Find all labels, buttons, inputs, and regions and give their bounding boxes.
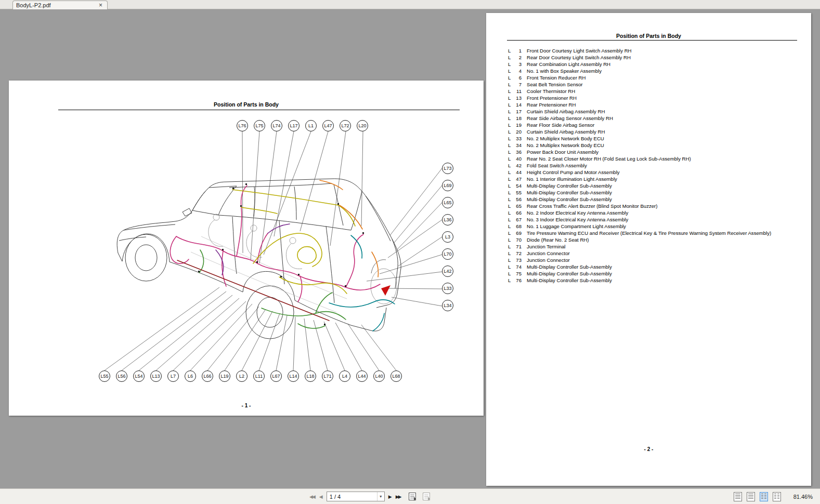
part-prefix: L bbox=[508, 203, 513, 209]
leader-lines bbox=[105, 131, 442, 370]
part-prefix: L bbox=[508, 182, 513, 189]
part-description: Power Back Door Unit Assembly bbox=[522, 149, 598, 155]
part-prefix: L bbox=[508, 61, 513, 68]
part-number: 56 bbox=[513, 196, 522, 203]
next-page-button[interactable]: ▶ bbox=[388, 494, 392, 499]
part-prefix: L bbox=[508, 257, 513, 263]
callout-label: L76 bbox=[237, 120, 248, 131]
part-description: Seat Belt Tension Sensor bbox=[522, 81, 583, 88]
part-number: 66 bbox=[513, 209, 522, 216]
part-row: L 34 No. 2 Multiplex Network Body ECU bbox=[508, 142, 806, 149]
part-row: L 71 Junction Terminal bbox=[508, 243, 806, 250]
part-number: 18 bbox=[513, 115, 522, 122]
continuous-view-icon[interactable] bbox=[747, 492, 755, 501]
part-row: L 6 Front Tension Reducer RH bbox=[508, 74, 806, 81]
callout-label: L74 bbox=[271, 120, 282, 131]
page-dropdown-icon[interactable]: ▼ bbox=[377, 492, 384, 501]
page-stack-dim-icon[interactable] bbox=[423, 493, 430, 500]
part-description: No. 3 Indoor Electrical Key Antenna Asse… bbox=[522, 216, 628, 223]
part-description: Multi-Display Controller Sub-Assembly bbox=[522, 263, 612, 270]
part-row: L 36 Power Back Door Unit Assembly bbox=[508, 149, 806, 155]
part-description: Fold Seat Switch Assembly bbox=[522, 162, 587, 169]
part-row: L 44 Height Control Pump and Motor Assem… bbox=[508, 169, 806, 176]
last-page-button[interactable]: ▶▶ bbox=[396, 494, 402, 499]
part-description: Cooler Thermistor RH bbox=[522, 88, 575, 95]
callouts-top-row: L76L75L74L17L1L47L72L20 bbox=[237, 120, 368, 131]
part-description: Curtain Shield Airbag Assembly RH bbox=[522, 128, 605, 135]
part-number: 55 bbox=[513, 189, 522, 196]
part-number: 42 bbox=[513, 162, 522, 169]
tab-close-icon[interactable]: × bbox=[97, 2, 104, 8]
harness-green bbox=[199, 250, 346, 328]
callout-label: L55 bbox=[99, 370, 110, 382]
part-row: L 68 No. 1 Luggage Compartment Light Ass… bbox=[508, 223, 806, 230]
part-number: 2 bbox=[513, 54, 522, 61]
page-navigation-group: ◀◀ ◀ ▼ ▶ ▶▶ bbox=[309, 489, 430, 504]
page-number-input[interactable] bbox=[327, 494, 377, 500]
callout-label: L40 bbox=[373, 370, 385, 382]
part-prefix: L bbox=[508, 54, 513, 61]
page2-number: - 2 - bbox=[486, 446, 811, 452]
callout-label: L72 bbox=[340, 120, 351, 131]
part-number: 73 bbox=[513, 257, 522, 263]
part-prefix: L bbox=[508, 189, 513, 196]
part-prefix: L bbox=[508, 277, 513, 284]
part-number: 7 bbox=[513, 81, 522, 88]
callout-label: L54 bbox=[133, 370, 145, 382]
part-number: 54 bbox=[513, 182, 522, 189]
part-description: Rear Pretensioner RH bbox=[522, 101, 576, 108]
callout-label: L34 bbox=[442, 300, 453, 311]
part-row: L 3 Rear Combination Light Assembly RH bbox=[508, 61, 806, 68]
part-number: 3 bbox=[513, 61, 522, 68]
part-prefix: L bbox=[508, 68, 513, 74]
part-prefix: L bbox=[508, 122, 513, 128]
callout-label: L47 bbox=[322, 120, 334, 131]
part-description: Junction Terminal bbox=[522, 243, 565, 250]
red-pointer-arrow bbox=[381, 285, 391, 296]
part-description: Junction Connector bbox=[522, 250, 570, 257]
part-prefix: L bbox=[508, 128, 513, 135]
document-canvas[interactable]: Position of Parts in Body bbox=[0, 9, 820, 488]
part-number: 40 bbox=[513, 155, 522, 162]
bottom-toolbar: ◀◀ ◀ ▼ ▶ ▶▶ 81.46% bbox=[0, 488, 820, 504]
part-row: L 47 No. 1 Interior Illumination Light A… bbox=[508, 176, 806, 182]
pdf-page-2: Position of Parts in Body L 1 Front Door… bbox=[486, 13, 811, 486]
page-stack-icon[interactable] bbox=[409, 493, 416, 500]
part-prefix: L bbox=[508, 209, 513, 216]
callout-label: L71 bbox=[322, 370, 333, 382]
pdf-page-1: Position of Parts in Body bbox=[9, 81, 484, 416]
facing-pages-view-icon[interactable] bbox=[760, 492, 768, 501]
part-row: L 40 Rear No. 2 Seat Closer Motor RH (Fo… bbox=[508, 155, 806, 162]
callout-label: L44 bbox=[356, 370, 368, 382]
harness-magenta bbox=[170, 185, 380, 302]
part-row: L 67 No. 3 Indoor Electrical Key Antenna… bbox=[508, 216, 806, 223]
part-description: Rear No. 2 Seat Closer Motor RH (Fold Se… bbox=[522, 155, 691, 162]
first-page-button[interactable]: ◀◀ bbox=[309, 494, 316, 499]
document-tab[interactable]: BodyL-P2.pdf × bbox=[12, 1, 108, 9]
zoom-level-label: 81.46% bbox=[788, 494, 813, 500]
book-view-icon[interactable] bbox=[773, 492, 781, 501]
part-prefix: L bbox=[508, 250, 513, 257]
part-number: 33 bbox=[513, 135, 522, 142]
part-row: L 69 Tire Pressure Warning ECU and Recei… bbox=[508, 230, 806, 236]
callout-label: L42 bbox=[442, 266, 453, 277]
part-prefix: L bbox=[508, 263, 513, 270]
callout-label: L75 bbox=[254, 120, 265, 131]
callout-label: L3 bbox=[442, 231, 453, 243]
page-number-box: ▼ bbox=[327, 492, 385, 501]
previous-page-button[interactable]: ◀ bbox=[319, 494, 323, 499]
part-description: No. 2 Multiplex Network Body ECU bbox=[522, 142, 604, 149]
callout-label: L68 bbox=[391, 370, 402, 382]
part-description: No. 2 Indoor Electrical Key Antenna Asse… bbox=[522, 209, 628, 216]
callout-label: L14 bbox=[288, 370, 299, 382]
part-number: 75 bbox=[513, 270, 522, 277]
part-number: 72 bbox=[513, 250, 522, 257]
part-number: 14 bbox=[513, 101, 522, 108]
part-number: 20 bbox=[513, 128, 522, 135]
part-row: L 1 Front Door Courtesy Light Switch Ass… bbox=[508, 47, 806, 54]
part-row: L 42 Fold Seat Switch Assembly bbox=[508, 162, 806, 169]
part-prefix: L bbox=[508, 108, 513, 115]
part-number: 71 bbox=[513, 243, 522, 250]
single-page-view-icon[interactable] bbox=[734, 492, 742, 501]
part-row: L 11 Cooler Thermistor RH bbox=[508, 88, 806, 95]
